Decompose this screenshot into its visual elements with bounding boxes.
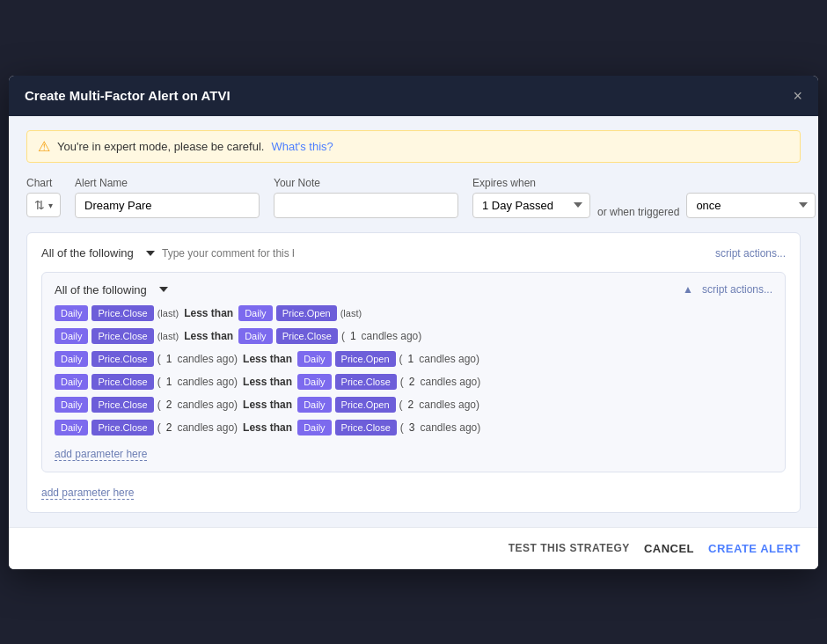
tag-price-close[interactable]: Price.Close xyxy=(91,328,153,344)
alert-name-label: Alert Name xyxy=(75,177,260,189)
tag-daily[interactable]: Daily xyxy=(238,328,272,344)
inner-header: All of the following Any of the followin… xyxy=(55,283,772,296)
create-alert-button[interactable]: CREATE ALERT xyxy=(708,542,801,555)
whats-this-link[interactable]: What's this? xyxy=(271,140,333,153)
condition-row: DailyPrice.Close(2candles ago)Less thanD… xyxy=(55,397,772,413)
chart-control[interactable]: ⇅ ▾ xyxy=(26,193,61,217)
your-note-label: Your Note xyxy=(274,177,458,189)
inner-group-select[interactable]: All of the following Any of the followin… xyxy=(55,283,168,296)
paren: ( xyxy=(157,399,161,411)
outer-add-param[interactable]: add parameter here xyxy=(41,487,134,500)
tag-price-open[interactable]: Price.Open xyxy=(335,351,396,367)
tag-price-close[interactable]: Price.Close xyxy=(91,305,153,321)
paren: ( xyxy=(157,353,161,365)
expires-group: Expires when 1 Day Passed 2 Days Passed … xyxy=(472,177,816,218)
candle-number[interactable]: 2 xyxy=(407,376,417,388)
chart-group: Chart ⇅ ▾ xyxy=(26,177,61,217)
paren: ( xyxy=(400,421,404,434)
tag-price-close[interactable]: Price.Close xyxy=(91,397,153,413)
cancel-button[interactable]: CANCEL xyxy=(644,542,694,555)
tag-price-open[interactable]: Price.Open xyxy=(335,397,396,413)
block-comment-input[interactable] xyxy=(162,245,294,261)
candle-number[interactable]: 2 xyxy=(406,399,416,411)
operator-label: Less than xyxy=(241,353,294,365)
condition-row: DailyPrice.Close(1candles ago)Less thanD… xyxy=(55,374,772,390)
candles-ago-text: candles ago) xyxy=(362,330,422,342)
expires-controls: 1 Day Passed 2 Days Passed 1 Week Passed… xyxy=(472,193,816,218)
inner-add-param[interactable]: add parameter here xyxy=(55,448,147,461)
candles-ago-text: candles ago) xyxy=(177,353,238,365)
inner-script-actions[interactable]: script actions... xyxy=(702,283,772,296)
candle-number[interactable]: 1 xyxy=(406,353,416,365)
tag-price-close[interactable]: Price.Close xyxy=(276,328,338,344)
tag-price-close[interactable]: Price.Close xyxy=(91,374,153,390)
tag-daily[interactable]: Daily xyxy=(55,374,88,390)
expires-label: Expires when xyxy=(472,177,816,189)
candle-number[interactable]: 1 xyxy=(165,376,174,388)
warning-text: You're in expert mode, please be careful… xyxy=(57,140,264,153)
tag-price-open[interactable]: Price.Open xyxy=(276,305,337,321)
your-note-input[interactable] xyxy=(274,193,458,218)
tag-price-close[interactable]: Price.Close xyxy=(91,420,153,435)
your-note-group: Your Note xyxy=(274,177,458,218)
tag-daily[interactable]: Daily xyxy=(55,351,88,367)
outer-header-left: All of the following Any of the followin… xyxy=(41,245,294,261)
candles-ago-text: candles ago) xyxy=(419,399,479,411)
operator-label: Less than xyxy=(241,399,294,411)
outer-group-select[interactable]: All of the following Any of the followin… xyxy=(41,246,155,260)
condition-row: DailyPrice.Close(last)Less thanDailyPric… xyxy=(55,305,772,321)
candles-ago-text: candles ago) xyxy=(419,353,479,365)
trigger-select[interactable]: once once per bar once per bar close xyxy=(686,193,816,218)
outer-condition-block: All of the following Any of the followin… xyxy=(26,232,801,513)
create-alert-dialog: Create Multi-Factor Alert on ATVI × ⚠ Yo… xyxy=(9,76,818,569)
chart-dropdown-icon: ▾ xyxy=(48,201,53,210)
tag-daily[interactable]: Daily xyxy=(55,328,88,344)
tag-daily[interactable]: Daily xyxy=(297,420,331,435)
tag-daily[interactable]: Daily xyxy=(55,305,88,321)
candle-number[interactable]: 1 xyxy=(165,353,174,365)
outer-script-actions[interactable]: script actions... xyxy=(715,247,786,260)
tag-last[interactable]: (last) xyxy=(157,331,179,341)
tag-last[interactable]: (last) xyxy=(157,308,179,318)
tag-daily[interactable]: Daily xyxy=(55,397,88,413)
collapse-button[interactable]: ▲ xyxy=(683,283,693,296)
warning-icon: ⚠ xyxy=(38,138,50,155)
candle-number[interactable]: 2 xyxy=(165,399,174,411)
alert-name-input[interactable] xyxy=(75,193,260,218)
close-button[interactable]: × xyxy=(793,88,802,104)
operator-label: Less than xyxy=(182,330,235,342)
outer-condition-header: All of the following Any of the followin… xyxy=(41,245,786,261)
tag-price-close[interactable]: Price.Close xyxy=(335,374,397,390)
dialog-header: Create Multi-Factor Alert on ATVI × xyxy=(9,76,818,116)
tag-price-close[interactable]: Price.Close xyxy=(335,420,397,435)
dialog-footer: TEST THIS STRATEGY CANCEL CREATE ALERT xyxy=(9,527,818,569)
chart-icon: ⇅ xyxy=(34,198,45,212)
candles-ago-text: candles ago) xyxy=(421,421,481,434)
candle-number[interactable]: 2 xyxy=(165,421,174,434)
candle-number[interactable]: 1 xyxy=(348,330,358,342)
tag-daily[interactable]: Daily xyxy=(297,351,331,367)
chart-label: Chart xyxy=(26,177,61,189)
candles-ago-text: candles ago) xyxy=(177,376,238,388)
form-row: Chart ⇅ ▾ Alert Name Your Note Expires w… xyxy=(26,177,801,218)
tag-daily[interactable]: Daily xyxy=(297,374,331,390)
paren: ( xyxy=(157,376,161,388)
condition-row: DailyPrice.Close(2candles ago)Less thanD… xyxy=(55,420,772,435)
tag-price-close[interactable]: Price.Close xyxy=(91,351,153,367)
candles-ago-text: candles ago) xyxy=(421,376,481,388)
paren: ( xyxy=(399,399,403,411)
tag-daily[interactable]: Daily xyxy=(297,397,331,413)
condition-row: DailyPrice.Close(last)Less thanDailyPric… xyxy=(55,328,772,344)
paren: ( xyxy=(400,376,404,388)
tag-daily[interactable]: Daily xyxy=(55,420,88,435)
or-when-label: or when triggered xyxy=(597,206,679,218)
tag-last[interactable]: (last) xyxy=(340,308,362,318)
paren: ( xyxy=(157,421,161,434)
test-strategy-button[interactable]: TEST THIS STRATEGY xyxy=(509,542,630,554)
tag-daily[interactable]: Daily xyxy=(238,305,272,321)
paren: ( xyxy=(341,330,345,342)
condition-rows-container: DailyPrice.Close(last)Less thanDailyPric… xyxy=(55,305,772,435)
candle-number[interactable]: 3 xyxy=(407,421,417,434)
dialog-title: Create Multi-Factor Alert on ATVI xyxy=(25,88,231,103)
expires-select[interactable]: 1 Day Passed 2 Days Passed 1 Week Passed… xyxy=(472,193,590,218)
